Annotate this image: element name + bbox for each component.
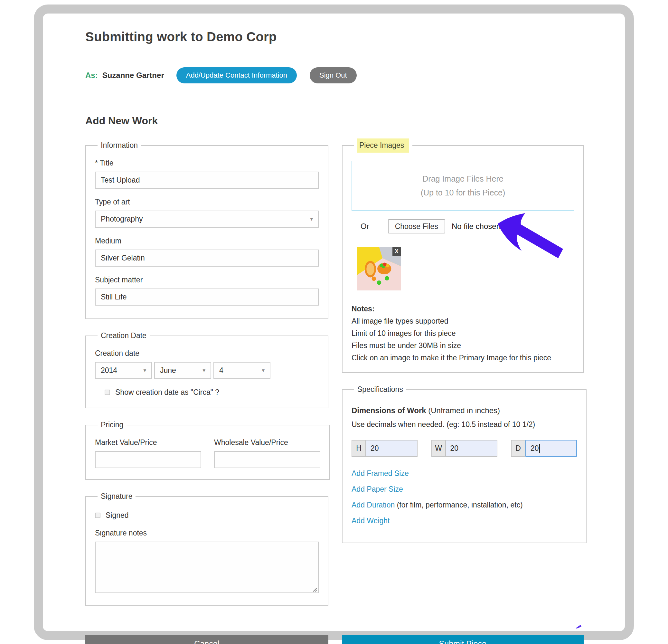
user-name: Suzanne Gartner: [102, 71, 164, 80]
signed-label: Signed: [106, 511, 129, 520]
year-value: 2014: [101, 366, 117, 375]
user-bar: As: Suzanne Gartner Add/Update Contact I…: [85, 67, 584, 84]
add-duration-suffix: (for film, performance, installation, et…: [395, 501, 523, 509]
height-value: 20: [370, 444, 379, 453]
sign-out-button[interactable]: Sign Out: [310, 67, 357, 84]
add-weight-link[interactable]: Add Weight: [351, 516, 390, 525]
market-value-label: Market Value/Price: [95, 438, 201, 447]
decimals-note: Use decimals when needed. (eg: 10.5 inst…: [351, 420, 577, 429]
uploaded-image-thumbnail[interactable]: X: [357, 247, 401, 290]
add-paper-size-link[interactable]: Add Paper Size: [351, 484, 403, 494]
circa-checkbox[interactable]: [105, 390, 110, 395]
dimensions-heading-suffix: (Unframed in inches): [426, 406, 500, 415]
month-select[interactable]: June ▾: [154, 362, 211, 379]
wholesale-value-label: Wholesale Value/Price: [214, 438, 320, 447]
type-of-art-select[interactable]: Photography ▾: [95, 211, 319, 228]
page-title: Submitting work to Demo Corp: [85, 30, 584, 44]
chevron-down-icon: ▾: [310, 216, 313, 223]
signature-notes-label: Signature notes: [95, 529, 319, 537]
choose-files-button[interactable]: Choose Files: [388, 219, 445, 234]
circa-label: Show creation date as "Circa" ?: [115, 388, 219, 397]
add-framed-size-link[interactable]: Add Framed Size: [351, 468, 409, 478]
submit-piece-button[interactable]: Submit Piece: [342, 635, 584, 644]
title-input[interactable]: [95, 171, 319, 189]
width-field-group: W 20: [431, 440, 497, 457]
piece-images-fieldset: Piece Images Drag Image Files Here (Up t…: [342, 141, 584, 373]
height-field-group: H 20: [351, 440, 418, 457]
creation-date-fieldset: Creation Date Creation date 2014 ▾ June …: [85, 331, 328, 408]
no-file-chosen-text: No file chosen: [452, 222, 501, 231]
piece-images-highlight: Piece Images: [357, 138, 409, 153]
creation-date-label: Creation date: [95, 349, 319, 358]
market-value-input[interactable]: [95, 451, 201, 468]
depth-label: D: [511, 440, 526, 457]
medium-input[interactable]: [95, 250, 319, 267]
subject-matter-label: Subject matter: [95, 275, 319, 284]
dimensions-heading: Dimensions of Work (Unframed in inches): [351, 406, 577, 415]
resize-handle-icon[interactable]: [312, 587, 317, 592]
signature-notes-textarea[interactable]: [95, 542, 319, 593]
chevron-down-icon: ▾: [143, 367, 146, 374]
width-value: 20: [450, 444, 459, 453]
width-label: W: [431, 440, 446, 457]
note-line: Click on an image to make it the Primary…: [351, 351, 574, 364]
text-cursor: [539, 444, 540, 453]
creation-date-legend: Creation Date: [97, 331, 150, 340]
footer-actions: Cancel Submit Piece: [85, 635, 584, 644]
specifications-fieldset: Specifications Dimensions of Work (Unfra…: [342, 385, 587, 543]
chevron-down-icon: ▾: [262, 367, 264, 374]
dropzone-line1: Drag Image Files Here: [422, 174, 503, 183]
or-label: Or: [361, 222, 369, 231]
pricing-legend: Pricing: [97, 421, 126, 429]
width-input[interactable]: 20: [446, 440, 497, 457]
note-line: Files must be under 30MB in size: [351, 340, 574, 351]
subject-matter-input[interactable]: [95, 288, 319, 305]
medium-label: Medium: [95, 237, 319, 245]
form-card: Submitting work to Demo Corp As: Suzanne…: [34, 4, 634, 640]
day-value: 4: [219, 366, 224, 375]
add-duration-link[interactable]: Add Duration: [351, 500, 395, 510]
type-of-art-value: Photography: [101, 215, 142, 223]
type-of-art-label: Type of art: [95, 198, 319, 206]
section-heading: Add New Work: [85, 115, 584, 127]
cursor-artifact: [576, 625, 581, 629]
information-fieldset: Information * Title Type of art Photogra…: [85, 141, 328, 319]
note-line: All image file types supported: [351, 315, 574, 327]
cancel-button[interactable]: Cancel: [85, 635, 328, 644]
year-select[interactable]: 2014 ▾: [95, 362, 152, 379]
signature-fieldset: Signature Signed Signature notes: [85, 492, 328, 606]
depth-input[interactable]: 20: [526, 440, 577, 457]
height-label: H: [351, 440, 366, 457]
signature-legend: Signature: [97, 492, 136, 501]
information-legend: Information: [97, 141, 141, 150]
height-input[interactable]: 20: [366, 440, 418, 457]
dimensions-heading-bold: Dimensions of Work: [351, 406, 426, 415]
note-line: Limit of 10 images for this piece: [351, 327, 574, 340]
image-dropzone[interactable]: Drag Image Files Here (Up to 10 for this…: [351, 161, 574, 211]
remove-image-button[interactable]: X: [392, 247, 401, 256]
dropzone-line2: (Up to 10 for this Piece): [421, 188, 505, 197]
month-value: June: [160, 366, 176, 375]
pricing-fieldset: Pricing Market Value/Price Wholesale Val…: [85, 421, 330, 480]
notes-heading: Notes:: [351, 303, 574, 315]
as-label: As:: [85, 71, 98, 80]
add-update-contact-button[interactable]: Add/Update Contact Information: [177, 67, 297, 84]
signed-checkbox[interactable]: [95, 513, 101, 518]
title-label: * Title: [95, 159, 319, 167]
depth-value: 20: [531, 444, 539, 453]
depth-field-group: D 20: [511, 440, 577, 457]
chevron-down-icon: ▾: [202, 367, 206, 374]
specifications-legend: Specifications: [354, 385, 406, 394]
piece-images-legend: Piece Images: [354, 141, 412, 150]
wholesale-value-input[interactable]: [214, 451, 320, 468]
day-select[interactable]: 4 ▾: [213, 362, 270, 379]
